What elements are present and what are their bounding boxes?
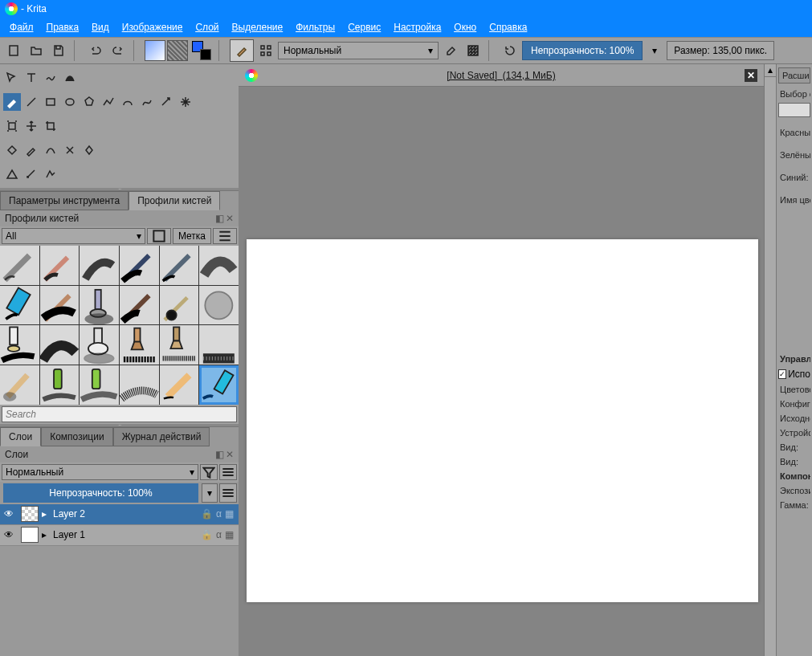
pattern-edit-tool[interactable] [61, 141, 79, 159]
brush-preset[interactable] [80, 365, 119, 405]
brush-preset[interactable] [160, 286, 199, 325]
polygon-tool[interactable] [80, 93, 98, 111]
color-swatch[interactable] [190, 40, 214, 61]
brush-preset[interactable] [160, 246, 199, 285]
menu-layer[interactable]: Слой [189, 20, 225, 35]
lock-icon[interactable]: 🔒 [201, 508, 213, 520]
transform-tool[interactable] [3, 117, 21, 135]
crop-tool[interactable] [42, 117, 59, 135]
brush-preset[interactable] [0, 246, 39, 285]
menu-view[interactable]: Вид [85, 20, 116, 35]
brush-preview[interactable] [230, 39, 254, 62]
tab-undo-history[interactable]: Журнал действий [113, 427, 210, 446]
use-checkbox-row[interactable]: ✓ Испо [778, 366, 810, 382]
dynamic-brush-tool[interactable] [157, 93, 175, 111]
tab-brush-presets[interactable]: Профили кистей [129, 191, 220, 210]
dock-float-icon[interactable]: ◧ [215, 449, 224, 460]
brush-preset[interactable] [40, 365, 80, 405]
dock-close-icon[interactable]: ✕ [226, 213, 234, 224]
ellipse-tool[interactable] [61, 93, 79, 111]
freehand-brush-tool[interactable] [3, 93, 21, 111]
assistants-tool[interactable] [3, 165, 21, 183]
menu-file[interactable]: Файл [3, 20, 40, 35]
brush-search-input[interactable] [2, 406, 237, 422]
opacity-dropdown[interactable]: ▾ [644, 40, 665, 61]
pattern-selector[interactable] [167, 40, 188, 61]
line-tool[interactable] [22, 93, 40, 111]
brush-preset-selected[interactable] [199, 365, 239, 405]
preset-list-button[interactable] [213, 228, 237, 244]
brush-preset[interactable] [160, 325, 199, 365]
multibrush-tool[interactable] [177, 93, 194, 111]
eraser-toggle[interactable] [440, 40, 461, 61]
visibility-toggle[interactable]: 👁 [0, 529, 18, 540]
gradient-tool[interactable] [42, 141, 59, 159]
blend-mode-select[interactable]: Нормальный ▾ [278, 42, 439, 59]
brush-preset[interactable] [199, 286, 239, 325]
visibility-toggle[interactable]: 👁 [0, 508, 18, 520]
right-tab-advanced[interactable]: Расши [778, 67, 810, 84]
layer-settings-button[interactable] [219, 464, 237, 480]
alpha-lock-icon[interactable]: α [216, 508, 222, 520]
reload-preset-button[interactable] [500, 40, 520, 61]
rectangle-tool[interactable] [42, 93, 59, 111]
new-file-button[interactable] [3, 40, 24, 61]
dock-float-icon[interactable]: ◧ [215, 213, 224, 224]
close-document-button[interactable]: ✕ [745, 69, 757, 82]
layer-row[interactable]: 👁 ▸ Layer 1 🔒α▦ [0, 525, 239, 546]
smart-fill-tool[interactable] [80, 141, 98, 159]
brush-preset[interactable] [80, 246, 119, 285]
preset-filter-all[interactable]: All▾ [2, 228, 145, 244]
fill-tool[interactable] [3, 141, 21, 159]
save-button[interactable] [48, 40, 69, 61]
menu-window[interactable]: Окно [447, 20, 483, 35]
move-layer-tool[interactable] [22, 117, 40, 135]
brush-preset[interactable] [40, 325, 80, 365]
menu-image[interactable]: Изображение [116, 20, 190, 35]
polyline-tool[interactable] [100, 93, 117, 111]
brush-preset[interactable] [120, 286, 159, 325]
preset-view-toggle[interactable] [147, 228, 171, 244]
dock-close-icon[interactable]: ✕ [226, 449, 234, 460]
brush-preset[interactable] [199, 246, 239, 285]
brush-preset[interactable] [0, 325, 39, 365]
menu-tools[interactable]: Сервис [341, 20, 387, 35]
menu-filter[interactable]: Фильтры [289, 20, 341, 35]
color-picker-tool[interactable] [22, 141, 40, 159]
layer-opacity-dropdown[interactable]: ▾ [202, 483, 218, 503]
alpha-lock-icon[interactable]: α [216, 529, 222, 540]
checkbox-icon[interactable]: ✓ [778, 369, 786, 379]
bezier-tool[interactable] [119, 93, 137, 111]
undo-button[interactable] [85, 40, 106, 61]
layer-menu-button[interactable] [219, 483, 237, 503]
menu-select[interactable]: Выделение [226, 20, 290, 35]
text-tool[interactable] [22, 69, 40, 87]
preset-tag-button[interactable]: Метка [173, 228, 211, 244]
brush-preset[interactable] [80, 325, 119, 365]
color-preview-box[interactable] [778, 103, 810, 117]
brush-editor-button[interactable] [255, 40, 276, 61]
checker-icon[interactable]: ▦ [225, 529, 234, 540]
vertical-scrollbar[interactable]: ▴ [764, 64, 776, 656]
document-title[interactable]: [Not Saved] (134,1 МиБ) [263, 70, 740, 81]
move-tool[interactable] [3, 69, 21, 87]
canvas[interactable] [247, 239, 758, 602]
brush-preset[interactable] [40, 286, 80, 325]
brush-size-slider[interactable]: Размер: 135,00 пикс. [667, 41, 774, 60]
checker-icon[interactable]: ▦ [225, 508, 234, 520]
redo-button[interactable] [108, 40, 129, 61]
brush-preset[interactable] [80, 286, 119, 325]
reference-tool[interactable] [42, 165, 59, 183]
brush-preset[interactable] [0, 365, 39, 405]
layer-filter-button[interactable] [200, 464, 218, 480]
gradient-selector[interactable] [145, 40, 165, 61]
layer-row[interactable]: 👁 ▸ Layer 2 🔒α▦ [0, 504, 239, 525]
freehand-path-tool[interactable] [138, 93, 156, 111]
layer-blend-select[interactable]: Нормальный▾ [2, 464, 198, 480]
brush-preset[interactable] [120, 246, 159, 285]
menu-help[interactable]: Справка [483, 20, 533, 35]
menu-edit[interactable]: Правка [40, 20, 86, 35]
tab-layers[interactable]: Слои [0, 427, 41, 446]
tab-tool-options[interactable]: Параметры инструмента [0, 191, 129, 210]
tab-compositions[interactable]: Композиции [41, 427, 112, 446]
